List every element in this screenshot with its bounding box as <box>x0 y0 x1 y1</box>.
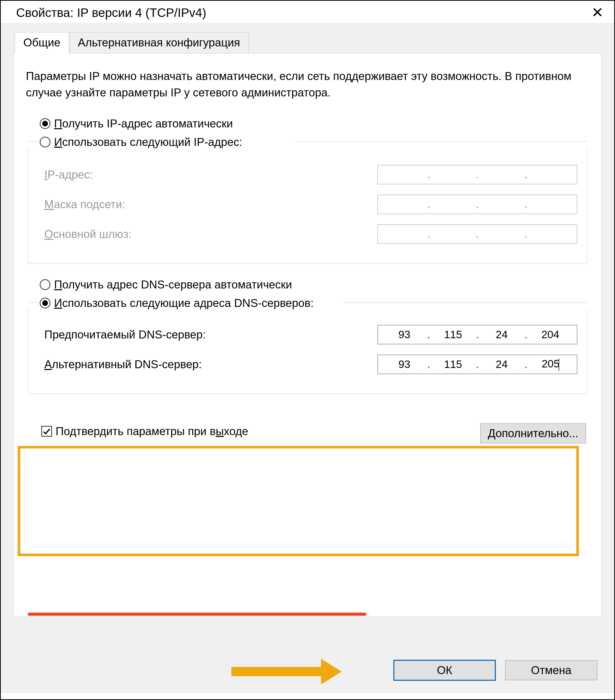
row-alternate-dns: Альтернативный DNS-сервер: 93. 115. 24. … <box>44 354 577 374</box>
radio-ip-auto-label: Получить IP-адрес автоматически <box>54 117 233 130</box>
input-gateway: ... <box>377 224 577 244</box>
radio-icon <box>40 298 51 309</box>
label-subnet: Маска подсети: <box>44 198 125 211</box>
radio-dns-manual-label: Использовать следующие адреса DNS-сервер… <box>54 297 313 310</box>
description-text: Параметры IP можно назначать автоматичес… <box>26 68 589 101</box>
tab-panel-general: Параметры IP можно назначать автоматичес… <box>13 53 602 617</box>
radio-ip-manual[interactable]: Использовать следующий IP-адрес: <box>40 136 587 149</box>
radio-icon <box>40 279 51 290</box>
tab-alternate[interactable]: Альтернативная конфигурация <box>69 32 249 53</box>
advanced-button[interactable]: Дополнительно... <box>480 423 586 443</box>
label-ip-address: IP-адрес: <box>44 168 93 181</box>
radio-icon <box>40 137 51 148</box>
row-ip-address: IP-адрес: ... <box>44 165 577 184</box>
annotation-highlight-dns <box>18 446 579 556</box>
input-preferred-dns[interactable]: 93. 115. 24. 204 <box>377 325 577 345</box>
footer-buttons: ОК Отмена <box>393 660 597 681</box>
titlebar: Свойства: IP версии 4 (TCP/IPv4) ✕ <box>1 1 614 23</box>
ipv4-properties-dialog: Свойства: IP версии 4 (TCP/IPv4) ✕ Общие… <box>0 0 615 700</box>
label-preferred-dns: Предпочитаемый DNS-сервер: <box>44 328 206 341</box>
tabs: Общие Альтернативная конфигурация <box>15 32 602 53</box>
ok-button[interactable]: ОК <box>393 660 496 681</box>
radio-ip-manual-label: Использовать следующий IP-адрес: <box>54 136 242 149</box>
radio-dns-auto-label: Получить адрес DNS-сервера автоматически <box>54 278 292 291</box>
radio-ip-auto[interactable]: Получить IP-адрес автоматически <box>40 117 589 130</box>
input-ip-address: ... <box>377 165 577 184</box>
checkbox-validate-label: Подтвердить параметры при выходе <box>55 425 248 438</box>
radio-icon <box>40 118 51 129</box>
input-subnet: ... <box>377 195 577 214</box>
dialog-body: Общие Альтернативная конфигурация Параме… <box>1 23 614 693</box>
checkbox-icon <box>41 426 52 437</box>
row-subnet: Маска подсети: ... <box>44 195 577 214</box>
tab-general[interactable]: Общие <box>15 32 69 53</box>
close-icon[interactable]: ✕ <box>588 5 606 20</box>
row-gateway: Основной шлюз: ... <box>44 224 577 244</box>
radio-dns-auto[interactable]: Получить адрес DNS-сервера автоматически <box>40 278 589 291</box>
window-title: Свойства: IP версии 4 (TCP/IPv4) <box>16 5 206 20</box>
annotation-arrow-ok <box>231 659 342 684</box>
cancel-button[interactable]: Отмена <box>505 660 597 680</box>
label-alternate-dns: Альтернативный DNS-сервер: <box>44 358 202 371</box>
radio-dns-manual[interactable]: Использовать следующие адреса DNS-сервер… <box>40 297 587 310</box>
label-gateway: Основной шлюз: <box>44 228 131 240</box>
input-alternate-dns[interactable]: 93. 115. 24. 205 <box>377 354 577 374</box>
row-preferred-dns: Предпочитаемый DNS-сервер: 93. 115. 24. … <box>44 325 577 345</box>
annotation-red-underline <box>28 613 366 616</box>
